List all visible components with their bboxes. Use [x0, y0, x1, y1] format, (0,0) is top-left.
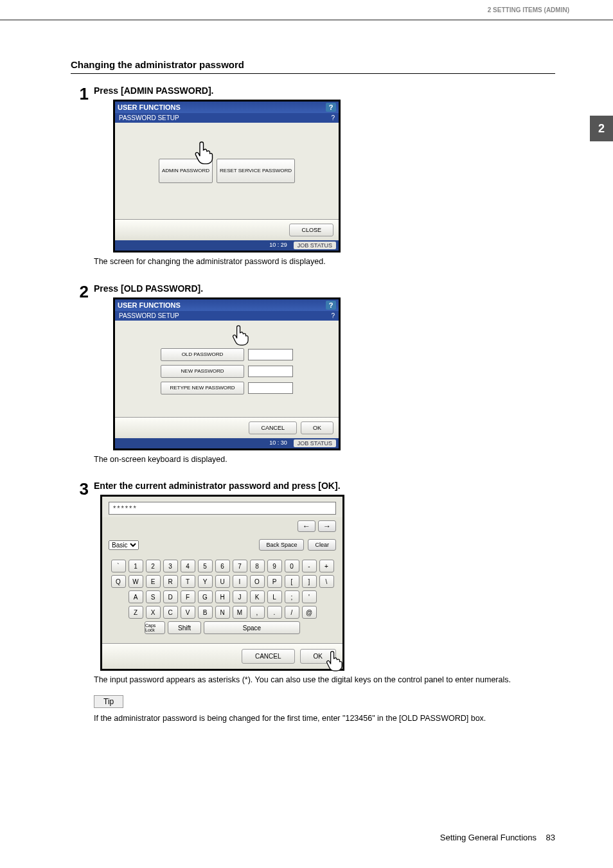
pointer-hand-icon: [324, 650, 344, 672]
screenshot-keyboard: ****** ← → Basic Back Space Clear `1: [100, 495, 344, 671]
section-title: Changing the administrator password: [71, 59, 555, 74]
help-icon[interactable]: ?: [331, 312, 335, 319]
key-8[interactable]: 8: [250, 560, 265, 572]
key-T[interactable]: T: [181, 575, 195, 588]
key-N[interactable]: N: [215, 606, 230, 619]
key-/[interactable]: /: [285, 606, 299, 619]
key-'[interactable]: ': [302, 590, 317, 603]
key-P[interactable]: P: [267, 575, 282, 588]
key-2[interactable]: 2: [146, 560, 161, 572]
step-heading: Press [ADMIN PASSWORD].: [94, 85, 555, 96]
key-K[interactable]: K: [250, 590, 265, 603]
key-+[interactable]: +: [319, 560, 334, 572]
key-C[interactable]: C: [163, 606, 178, 619]
key-5[interactable]: 5: [198, 560, 213, 572]
key-F[interactable]: F: [181, 590, 195, 603]
reset-service-password-button[interactable]: RESET SERVICE PASSWORD: [217, 159, 295, 183]
key-Z[interactable]: Z: [129, 606, 143, 619]
old-password-button[interactable]: OLD PASSWORD: [161, 348, 244, 361]
clear-button[interactable]: Clear: [308, 539, 336, 551]
help-icon[interactable]: ?: [326, 301, 336, 310]
pointer-hand-icon: [231, 324, 250, 346]
capslock-key[interactable]: Caps Lock: [145, 621, 165, 634]
retype-new-password-field[interactable]: [248, 382, 293, 394]
step-number: 1: [71, 85, 94, 277]
pointer-hand-icon: [193, 141, 214, 165]
key-X[interactable]: X: [146, 606, 161, 619]
key-M[interactable]: M: [233, 606, 247, 619]
close-button[interactable]: CLOSE: [289, 224, 333, 236]
key-,[interactable]: ,: [250, 606, 265, 619]
keyboard-keys: `1234567890-+ QWERTYUIOP[]\ ASDFGHJKL;' …: [102, 554, 342, 643]
key-7[interactable]: 7: [233, 560, 247, 572]
step-number: 2: [71, 283, 94, 475]
key-0[interactable]: 0: [285, 560, 299, 572]
key-I[interactable]: I: [233, 575, 247, 588]
shift-key[interactable]: Shift: [168, 621, 201, 634]
step-number: 3: [71, 481, 94, 733]
side-tab: 2: [590, 116, 613, 141]
key-;[interactable]: ;: [285, 590, 299, 603]
job-status-button[interactable]: JOB STATUS: [294, 242, 336, 249]
key-\[interactable]: \: [319, 575, 334, 588]
key-E[interactable]: E: [146, 575, 161, 588]
new-password-button[interactable]: NEW PASSWORD: [161, 365, 244, 378]
step-description: The screen for changing the administrato…: [94, 256, 555, 268]
key-H[interactable]: H: [215, 590, 230, 603]
key-3[interactable]: 3: [163, 560, 178, 572]
key-V[interactable]: V: [181, 606, 195, 619]
step-3: 3 Enter the current administrator passwo…: [71, 481, 555, 733]
help-icon[interactable]: ?: [326, 103, 336, 112]
screenshot-password-setup-1: USER FUNCTIONS ? PASSWORD SETUP ? ADMIN …: [113, 100, 341, 252]
key-Q[interactable]: Q: [111, 575, 126, 588]
key-9[interactable]: 9: [267, 560, 282, 572]
key-W[interactable]: W: [129, 575, 143, 588]
key-@[interactable]: @: [302, 606, 317, 619]
footer-section: Setting General Functions: [440, 833, 537, 842]
key-G[interactable]: G: [198, 590, 213, 603]
new-password-field[interactable]: [248, 366, 293, 377]
step-2: 2 Press [OLD PASSWORD]. USER FUNCTIONS ?…: [71, 283, 555, 475]
ok-button[interactable]: OK: [301, 421, 333, 434]
space-key[interactable]: Space: [204, 621, 300, 634]
step-heading: Enter the current administrator password…: [94, 481, 555, 491]
key-Y[interactable]: Y: [198, 575, 213, 588]
key-4[interactable]: 4: [181, 560, 195, 572]
footer-page-number: 83: [546, 833, 555, 842]
step-1: 1 Press [ADMIN PASSWORD]. USER FUNCTIONS…: [71, 85, 555, 277]
key-.[interactable]: .: [267, 606, 282, 619]
cancel-button[interactable]: CANCEL: [249, 421, 297, 434]
cancel-button[interactable]: CANCEL: [242, 649, 295, 664]
help-icon[interactable]: ?: [331, 114, 335, 121]
key-[[interactable]: [: [285, 575, 299, 588]
key-J[interactable]: J: [233, 590, 247, 603]
key-L[interactable]: L: [267, 590, 282, 603]
key-1[interactable]: 1: [129, 560, 143, 572]
key-U[interactable]: U: [215, 575, 230, 588]
key--[interactable]: -: [302, 560, 317, 572]
key-S[interactable]: S: [146, 590, 161, 603]
panel-subtitle: PASSWORD SETUP: [119, 114, 179, 121]
key-D[interactable]: D: [163, 590, 178, 603]
key-B[interactable]: B: [198, 606, 213, 619]
old-password-field[interactable]: [248, 349, 293, 360]
password-input[interactable]: ******: [109, 502, 336, 515]
key-6[interactable]: 6: [215, 560, 230, 572]
arrow-left-icon[interactable]: ←: [298, 520, 315, 532]
retype-new-password-button[interactable]: RETYPE NEW PASSWORD: [161, 382, 244, 394]
chapter-header: 2 SETTING ITEMS (ADMIN): [483, 4, 574, 15]
step-heading: Press [OLD PASSWORD].: [94, 283, 555, 294]
key-`[interactable]: `: [111, 560, 126, 572]
job-status-button[interactable]: JOB STATUS: [294, 439, 336, 447]
panel-subtitle: PASSWORD SETUP: [119, 312, 179, 319]
key-R[interactable]: R: [163, 575, 178, 588]
key-A[interactable]: A: [129, 590, 143, 603]
step-description: The input password appears as asterisks …: [94, 675, 555, 686]
backspace-button[interactable]: Back Space: [259, 539, 304, 551]
key-][interactable]: ]: [302, 575, 317, 588]
arrow-right-icon[interactable]: →: [318, 520, 336, 532]
top-bar: 2 SETTING ITEMS (ADMIN): [0, 0, 613, 21]
key-O[interactable]: O: [250, 575, 265, 588]
keyboard-mode-select[interactable]: Basic: [109, 540, 139, 550]
tip-label: Tip: [94, 695, 123, 708]
